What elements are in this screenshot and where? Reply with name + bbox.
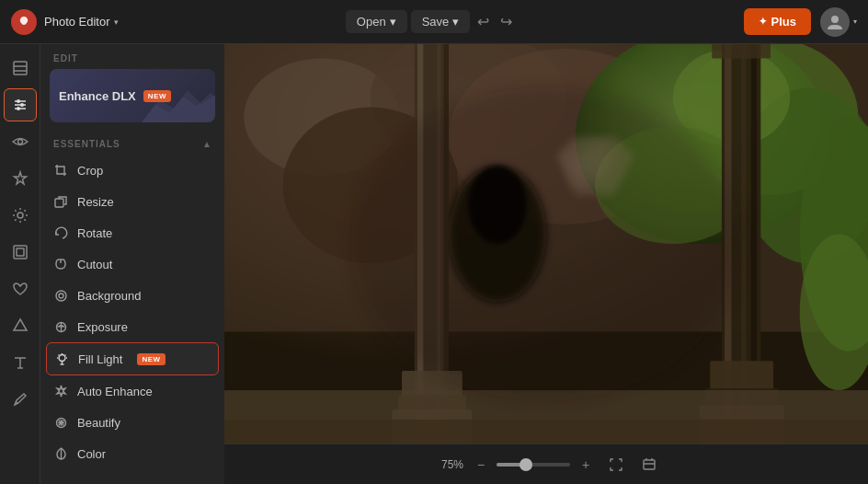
svg-rect-63: [710, 361, 773, 392]
canvas-image[interactable]: [224, 44, 868, 444]
canvas-area: 75% − +: [224, 44, 868, 484]
tool-item-auto-enhance[interactable]: Auto Enhance: [40, 375, 224, 407]
tool-item-beautify[interactable]: Beautify: [40, 407, 224, 438]
topbar-center: Open ▾ Save ▾ ↩ ↪: [119, 9, 744, 34]
undo-button[interactable]: ↩: [474, 9, 493, 34]
crop-icon: [53, 163, 68, 178]
redo-button[interactable]: ↪: [497, 9, 516, 34]
tool-item-background[interactable]: Background: [40, 280, 224, 311]
bottom-toolbar: 75% − +: [224, 444, 868, 484]
plus-button[interactable]: ✦ Plus: [744, 8, 811, 35]
color-icon: [53, 446, 68, 461]
essentials-header: ESSENTIALS ▲: [40, 132, 224, 155]
zoom-slider[interactable]: [497, 463, 570, 467]
tool-item-fill-light[interactable]: Fill Light NEW: [46, 342, 219, 375]
tool-label-rotate: Rotate: [77, 226, 112, 240]
zoom-in-button[interactable]: +: [576, 455, 596, 475]
layers-sidebar-btn[interactable]: [4, 52, 37, 85]
tool-item-color[interactable]: Color: [40, 438, 224, 469]
shape-sidebar-btn[interactable]: [4, 309, 37, 342]
enhance-card[interactable]: Enhance DLX NEW: [50, 69, 215, 122]
rotate-icon: [53, 225, 68, 240]
zoom-value: 75%: [430, 458, 463, 471]
svg-point-22: [59, 354, 65, 361]
tool-label-resize: Resize: [77, 195, 114, 209]
app-logo: [11, 9, 37, 35]
fill-light-icon: [54, 351, 69, 366]
svg-point-9: [17, 107, 20, 110]
beautify-icon: [53, 415, 68, 430]
svg-point-69: [351, 87, 741, 399]
heart-sidebar-btn[interactable]: [4, 272, 37, 305]
tool-item-crop[interactable]: Crop: [40, 155, 224, 186]
tool-item-exposure[interactable]: Exposure: [40, 311, 224, 342]
tools-panel: EDIT Enhance DLX NEW ESSENTIALS ▲: [40, 44, 224, 484]
topbar-actions: ✦ Plus ▾: [744, 7, 857, 37]
collapse-essentials-button[interactable]: ▲: [202, 139, 211, 149]
frames-sidebar-btn[interactable]: [4, 236, 37, 269]
svg-point-5: [17, 99, 20, 103]
svg-rect-13: [17, 248, 24, 256]
avatar-chevron: ▾: [853, 17, 857, 26]
main-area: EDIT Enhance DLX NEW ESSENTIALS ▲: [0, 44, 868, 484]
tool-label-color: Color: [77, 447, 106, 461]
essentials-label: ESSENTIALS: [53, 139, 120, 149]
tool-label-background: Background: [77, 289, 141, 303]
star-sidebar-btn[interactable]: [4, 162, 37, 195]
tool-label-crop: Crop: [77, 164, 103, 178]
svg-point-11: [17, 213, 23, 218]
svg-rect-16: [55, 199, 63, 207]
save-button[interactable]: Save ▾: [411, 10, 471, 33]
plus-star-icon: ✦: [759, 16, 767, 28]
avatar-container[interactable]: ▾: [820, 7, 857, 37]
tool-item-rotate[interactable]: Rotate: [40, 217, 224, 248]
fullscreen-button[interactable]: [636, 452, 662, 478]
svg-rect-12: [14, 246, 27, 259]
app-title-container[interactable]: Photo Editor ▾: [44, 15, 119, 29]
tool-item-cutout[interactable]: Cutout: [40, 248, 224, 280]
svg-point-0: [831, 16, 839, 23]
svg-line-28: [64, 354, 65, 355]
svg-rect-67: [224, 420, 868, 444]
app-title-text: Photo Editor: [44, 15, 110, 29]
topbar: Photo Editor ▾ Open ▾ Save ▾ ↩ ↪ ✦ Plus: [0, 0, 868, 44]
adjustments-sidebar-btn[interactable]: [4, 88, 37, 121]
svg-point-7: [20, 103, 24, 107]
background-icon: [53, 288, 68, 303]
svg-point-20: [59, 294, 63, 298]
zoom-slider-thumb[interactable]: [520, 458, 532, 471]
cutout-icon: [53, 257, 68, 271]
zoom-control: − +: [471, 455, 596, 475]
tool-label-cutout: Cutout: [77, 258, 112, 271]
resize-icon: [53, 194, 68, 209]
svg-line-27: [58, 354, 59, 355]
eye-sidebar-btn[interactable]: [4, 125, 37, 158]
icon-sidebar: [0, 44, 40, 484]
enhance-title: Enhance DLX: [59, 89, 136, 103]
exposure-icon: [53, 319, 68, 334]
svg-rect-68: [712, 44, 771, 58]
tool-label-exposure: Exposure: [77, 320, 128, 334]
fit-to-screen-button[interactable]: [603, 452, 629, 478]
svg-rect-1: [14, 62, 27, 75]
svg-point-10: [17, 140, 22, 144]
tool-label-auto-enhance: Auto Enhance: [77, 385, 153, 398]
effects-sidebar-btn[interactable]: [4, 199, 37, 232]
fill-light-new-badge: NEW: [137, 353, 165, 365]
tool-label-beautify: Beautify: [77, 416, 120, 430]
svg-rect-70: [644, 460, 655, 469]
auto-enhance-icon: [53, 384, 68, 398]
draw-sidebar-btn[interactable]: [4, 383, 37, 416]
tool-item-resize[interactable]: Resize: [40, 186, 224, 217]
photo-canvas: [224, 44, 868, 444]
enhance-new-badge: NEW: [143, 90, 171, 102]
svg-point-19: [56, 291, 66, 301]
text-sidebar-btn[interactable]: [4, 346, 37, 379]
tool-label-fill-light: Fill Light: [78, 352, 122, 366]
zoom-out-button[interactable]: −: [471, 455, 491, 475]
open-button[interactable]: Open ▾: [346, 10, 407, 33]
avatar[interactable]: [820, 7, 850, 37]
edit-label: EDIT: [40, 44, 224, 69]
